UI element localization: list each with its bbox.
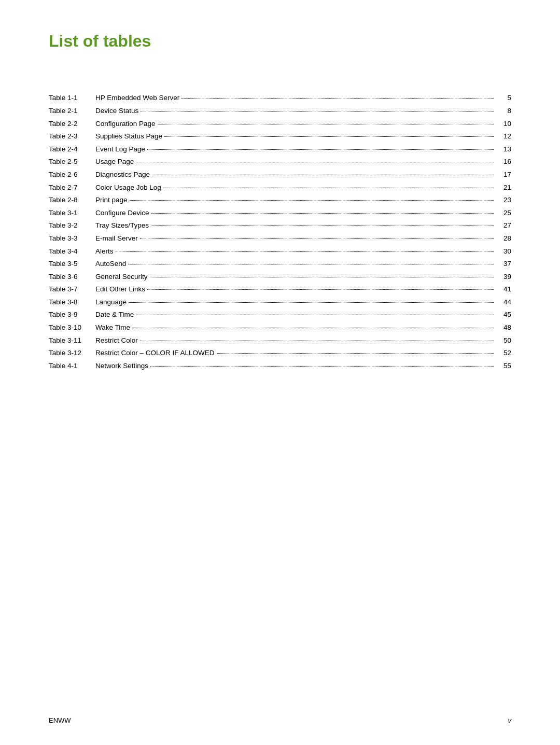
toc-title-area: Tray Sizes/Types bbox=[95, 220, 496, 231]
toc-title-area: Color Usage Job Log bbox=[95, 182, 496, 193]
toc-number: Table 1-1 bbox=[49, 92, 95, 104]
toc-number: Table 2-6 bbox=[49, 169, 95, 180]
toc-title: AutoSend bbox=[95, 258, 126, 270]
toc-title-area: E-mail Server bbox=[95, 233, 496, 244]
toc-title-area: Usage Page bbox=[95, 156, 496, 167]
table-row: Table 4-1Network Settings55 bbox=[49, 360, 511, 372]
footer-right: v bbox=[508, 716, 512, 724]
toc-page: 25 bbox=[496, 207, 511, 219]
table-row: Table 2-6Diagnostics Page17 bbox=[49, 169, 511, 180]
toc-dots bbox=[116, 251, 494, 252]
toc-number: Table 3-4 bbox=[49, 246, 95, 257]
table-row: Table 2-7Color Usage Job Log21 bbox=[49, 182, 511, 193]
toc-dots bbox=[150, 277, 494, 277]
toc-dots bbox=[140, 341, 494, 341]
toc-number: Table 3-2 bbox=[49, 220, 95, 231]
toc-number: Table 2-3 bbox=[49, 131, 95, 142]
footer: ENWW v bbox=[49, 716, 511, 724]
toc-page: 8 bbox=[496, 105, 511, 117]
toc-page: 37 bbox=[496, 258, 511, 270]
table-row: Table 3-11Restrict Color50 bbox=[49, 335, 511, 346]
footer-left: ENWW bbox=[49, 716, 71, 724]
toc-dots bbox=[141, 111, 494, 111]
toc-number: Table 2-5 bbox=[49, 156, 95, 167]
toc-dots bbox=[147, 149, 494, 150]
toc-page: 48 bbox=[496, 322, 511, 333]
toc-number: Table 2-2 bbox=[49, 118, 95, 130]
toc-title-area: Date & Time bbox=[95, 309, 496, 320]
toc-number: Table 3-9 bbox=[49, 309, 95, 320]
toc-number: Table 3-6 bbox=[49, 271, 95, 283]
toc-page: 50 bbox=[496, 335, 511, 346]
toc-title: Network Settings bbox=[95, 360, 148, 372]
page-title: List of tables bbox=[49, 31, 511, 51]
toc-dots bbox=[158, 124, 494, 124]
toc-title: Event Log Page bbox=[95, 144, 145, 155]
toc-title: Date & Time bbox=[95, 309, 134, 320]
toc-dots bbox=[217, 353, 494, 354]
toc-title: HP Embedded Web Server bbox=[95, 92, 179, 104]
toc-title: Configuration Page bbox=[95, 118, 156, 130]
toc-page: 13 bbox=[496, 144, 511, 155]
toc-title: Usage Page bbox=[95, 156, 134, 167]
toc-page: 12 bbox=[496, 131, 511, 142]
toc-dots bbox=[163, 188, 494, 188]
table-row: Table 3-5AutoSend37 bbox=[49, 258, 511, 270]
toc-number: Table 2-8 bbox=[49, 194, 95, 206]
toc-page: 28 bbox=[496, 233, 511, 244]
table-row: Table 1-1HP Embedded Web Server5 bbox=[49, 92, 511, 104]
toc-title: Language bbox=[95, 297, 127, 308]
toc-title-area: Edit Other Links bbox=[95, 284, 496, 295]
table-row: Table 3-3E-mail Server28 bbox=[49, 233, 511, 244]
table-row: Table 2-5Usage Page16 bbox=[49, 156, 511, 167]
table-row: Table 3-7Edit Other Links41 bbox=[49, 284, 511, 295]
toc-title: Diagnostics Page bbox=[95, 169, 150, 180]
table-row: Table 3-8Language44 bbox=[49, 297, 511, 308]
toc-title: Restrict Color – COLOR IF ALLOWED bbox=[95, 347, 215, 359]
toc-title: Device Status bbox=[95, 105, 138, 117]
toc-number: Table 3-3 bbox=[49, 233, 95, 244]
toc-title: E-mail Server bbox=[95, 233, 138, 244]
toc-title-area: Event Log Page bbox=[95, 144, 496, 155]
toc-title-area: General Security bbox=[95, 271, 496, 283]
toc-title-area: AutoSend bbox=[95, 258, 496, 270]
toc-number: Table 3-11 bbox=[49, 335, 95, 346]
toc-title: Configure Device bbox=[95, 207, 149, 219]
toc-number: Table 2-7 bbox=[49, 182, 95, 193]
toc-list: Table 1-1HP Embedded Web Server5Table 2-… bbox=[49, 92, 511, 371]
table-row: Table 3-6General Security39 bbox=[49, 271, 511, 283]
toc-title-area: Supplies Status Page bbox=[95, 131, 496, 142]
toc-title-area: Device Status bbox=[95, 105, 496, 117]
table-row: Table 2-8Print page23 bbox=[49, 194, 511, 206]
toc-title-area: Restrict Color – COLOR IF ALLOWED bbox=[95, 347, 496, 359]
toc-page: 30 bbox=[496, 246, 511, 257]
toc-title-area: Restrict Color bbox=[95, 335, 496, 346]
toc-title-area: Configuration Page bbox=[95, 118, 496, 130]
table-row: Table 3-9Date & Time45 bbox=[49, 309, 511, 320]
toc-title-area: Configure Device bbox=[95, 207, 496, 219]
toc-number: Table 2-4 bbox=[49, 144, 95, 155]
toc-page: 41 bbox=[496, 284, 511, 295]
toc-title: Color Usage Job Log bbox=[95, 182, 161, 193]
toc-title: Wake Time bbox=[95, 322, 130, 333]
table-row: Table 2-1Device Status8 bbox=[49, 105, 511, 117]
toc-title: Tray Sizes/Types bbox=[95, 220, 149, 231]
toc-dots bbox=[130, 200, 494, 201]
toc-title-area: Wake Time bbox=[95, 322, 496, 333]
toc-page: 52 bbox=[496, 347, 511, 359]
toc-page: 16 bbox=[496, 156, 511, 167]
toc-title: Edit Other Links bbox=[95, 284, 145, 295]
toc-page: 23 bbox=[496, 194, 511, 206]
toc-title-area: Language bbox=[95, 297, 496, 308]
toc-page: 55 bbox=[496, 360, 511, 372]
table-row: Table 2-2Configuration Page10 bbox=[49, 118, 511, 130]
table-row: Table 2-3Supplies Status Page12 bbox=[49, 131, 511, 142]
toc-title: Alerts bbox=[95, 246, 114, 257]
toc-number: Table 3-5 bbox=[49, 258, 95, 270]
toc-page: 27 bbox=[496, 220, 511, 231]
toc-title: Print page bbox=[95, 194, 128, 206]
table-row: Table 3-4Alerts30 bbox=[49, 246, 511, 257]
toc-title: Supplies Status Page bbox=[95, 131, 162, 142]
toc-dots bbox=[140, 238, 494, 239]
toc-number: Table 4-1 bbox=[49, 360, 95, 372]
